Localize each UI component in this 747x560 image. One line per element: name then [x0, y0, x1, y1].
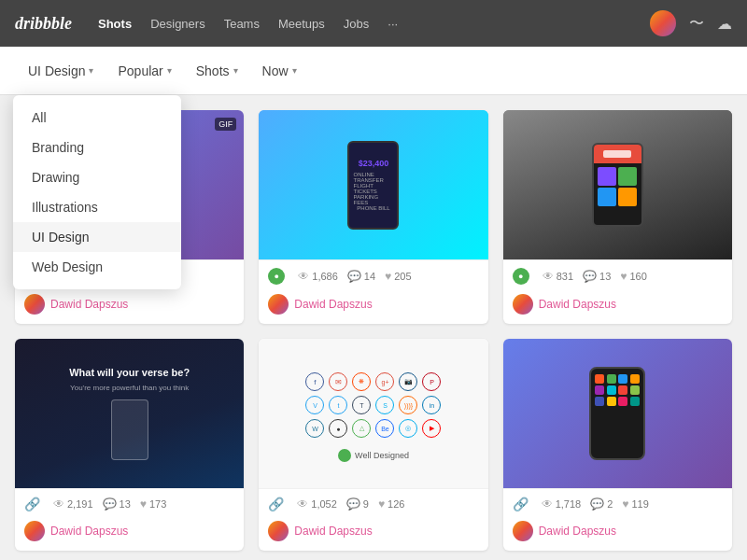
avatar [513, 294, 533, 315]
like-count: ♥ 173 [140, 497, 166, 511]
dropdown-item-drawing[interactable]: Drawing [13, 162, 181, 192]
shot-thumbnail[interactable]: f ✉ ❋ g+ 📷 P V t T S )))} in W ● △ Be ◎ [259, 339, 487, 488]
shot-meta: 🔗 👁 2,191 💬 13 ♥ 173 [15, 488, 244, 515]
user-avatar-icon[interactable] [650, 10, 676, 36]
chevron-down-icon: ▾ [233, 65, 238, 76]
view-count: 👁 1,686 [298, 270, 338, 283]
filter-time[interactable]: Now ▾ [253, 58, 306, 84]
link-badge: 🔗 [513, 497, 529, 511]
comment-count: 💬 2 [590, 497, 613, 511]
shot-thumbnail[interactable] [503, 110, 732, 259]
chevron-down-icon: ▾ [89, 65, 93, 76]
shot-card: f ✉ ❋ g+ 📷 P V t T S )))} in W ● △ Be ◎ [259, 339, 487, 551]
gif-badge: GIF [215, 118, 236, 131]
like-count: ♥ 160 [620, 270, 646, 283]
shot-card: 🔗 👁 1,718 💬 2 ♥ 119 Dawid Dapszus [503, 339, 732, 551]
comment-count: 💬 13 [583, 270, 611, 283]
shot-meta: ● 👁 831 💬 13 ♥ 160 [503, 259, 732, 288]
chevron-down-icon: ▾ [292, 65, 297, 76]
nav-meetups[interactable]: Meetups [278, 17, 325, 31]
comment-count: 💬 14 [347, 270, 375, 283]
avatar [24, 521, 45, 541]
shot-author: Dawid Dapszus [503, 515, 732, 551]
avatar [268, 521, 289, 541]
nav-icons: 〜 ☁ [650, 10, 732, 36]
verse-title: What will your verse be? [69, 367, 190, 378]
filter-sort[interactable]: Popular ▾ [108, 58, 180, 84]
dropdown-item-webdesign[interactable]: Web Design [13, 252, 181, 282]
dropdown-item-uidesign[interactable]: UI Design [13, 222, 181, 252]
avatar [268, 294, 289, 315]
shot-thumbnail[interactable] [503, 339, 732, 488]
like-count: ♥ 119 [622, 497, 648, 511]
link-badge: 🔗 [24, 497, 40, 511]
view-count: 👁 831 [543, 270, 573, 283]
navbar: dribbble Shots Designers Teams Meetups J… [0, 0, 747, 47]
verse-phone-icon [111, 399, 148, 460]
logo: dribbble [15, 14, 72, 34]
shot-thumbnail[interactable]: $23,400 ONLINE TRANSFER FLIGHT TICKETS P… [259, 110, 487, 259]
comment-count: 💬 13 [103, 497, 131, 511]
link-badge: 🔗 [268, 497, 284, 511]
comment-count: 💬 9 [346, 497, 369, 511]
category-dropdown: All Branding Drawing Illustrations UI De… [13, 95, 181, 289]
shot-author: Dawid Dapszus [259, 288, 487, 324]
avatar [24, 294, 45, 315]
shot-author: Dawid Dapszus [259, 515, 487, 551]
app-phone-mockup [589, 367, 645, 460]
like-count: ♥ 126 [378, 497, 404, 511]
analytics-icon[interactable]: 〜 [689, 14, 704, 34]
nav-teams[interactable]: Teams [224, 17, 260, 31]
upload-icon[interactable]: ☁ [717, 15, 732, 33]
shot-meta: 🔗 👁 1,718 💬 2 ♥ 119 [503, 488, 732, 515]
nav-shots[interactable]: Shots [98, 17, 132, 31]
nav-jobs[interactable]: Jobs [344, 17, 369, 31]
filter-bar: UI Design ▾ Popular ▾ Shots ▾ Now ▾ All … [0, 47, 747, 95]
view-count: 👁 1,718 [542, 497, 582, 511]
author-name[interactable]: Dawid Dapszus [294, 298, 372, 311]
shot-card: ● 👁 831 💬 13 ♥ 160 Dawid Dapszus [503, 110, 732, 324]
shot-author: Dawid Dapszus [15, 515, 244, 551]
dropdown-item-all[interactable]: All [13, 103, 181, 133]
shot-author: Dawid Dapszus [15, 288, 244, 324]
avatar [513, 521, 533, 541]
dropdown-item-illustrations[interactable]: Illustrations [13, 192, 181, 222]
author-name[interactable]: Dawid Dapszus [539, 525, 616, 538]
verse-sub: You're more powerful than you think [70, 384, 189, 392]
shot-thumbnail[interactable]: What will your verse be? You're more pow… [15, 339, 244, 488]
filter-type[interactable]: Shots ▾ [187, 58, 247, 84]
view-count: 👁 2,191 [53, 497, 93, 511]
shot-author: Dawid Dapszus [503, 288, 732, 324]
dropdown-item-branding[interactable]: Branding [13, 133, 181, 162]
shot-card: What will your verse be? You're more pow… [15, 339, 244, 551]
like-count: ♥ 205 [385, 270, 411, 283]
shot-meta: 🔗 👁 1,052 💬 9 ♥ 126 [259, 488, 487, 515]
chevron-down-icon: ▾ [167, 65, 172, 76]
nav-designers[interactable]: Designers [150, 17, 205, 31]
shot-meta: ● 👁 1,686 💬 14 ♥ 205 [259, 259, 487, 288]
activity-badge: ● [513, 268, 529, 285]
activity-badge: ● [268, 268, 285, 285]
author-name[interactable]: Dawid Dapszus [294, 525, 372, 538]
shot-card: $23,400 ONLINE TRANSFER FLIGHT TICKETS P… [259, 110, 487, 324]
filter-category[interactable]: UI Design ▾ [19, 58, 103, 84]
author-name[interactable]: Dawid Dapszus [50, 298, 128, 311]
author-name[interactable]: Dawid Dapszus [50, 525, 128, 538]
nav-more[interactable]: ··· [388, 17, 398, 31]
view-count: 👁 1,052 [297, 497, 337, 511]
author-name[interactable]: Dawid Dapszus [539, 298, 616, 311]
